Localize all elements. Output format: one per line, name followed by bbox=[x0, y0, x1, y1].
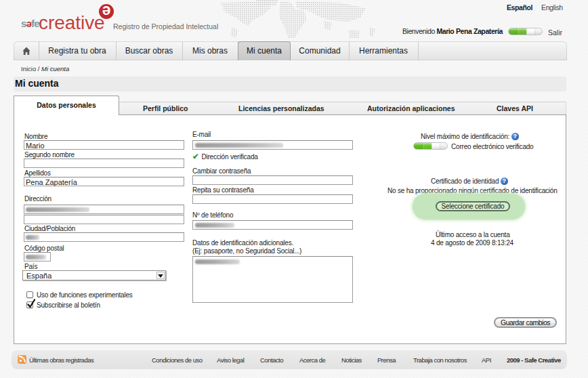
svg-text:e: e bbox=[102, 3, 111, 20]
